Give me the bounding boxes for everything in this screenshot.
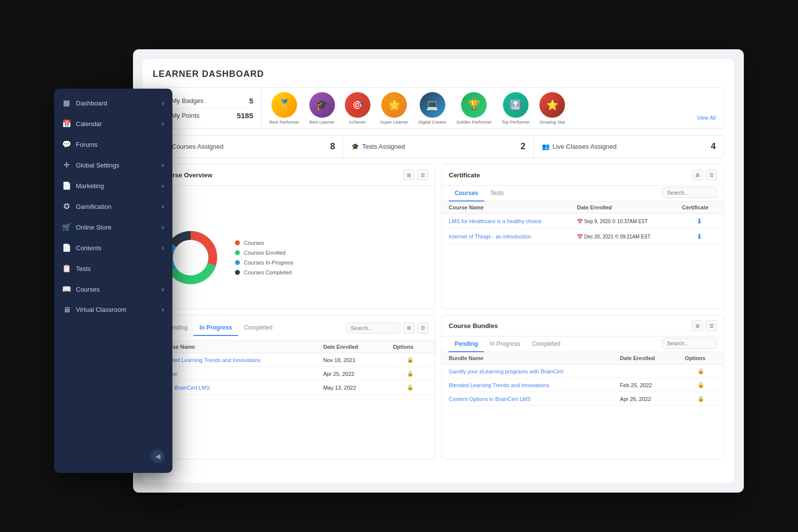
bundles-tabs: Pending In Progress Completed (449, 336, 566, 352)
cert-download-2[interactable]: ⬇ (675, 229, 724, 244)
sidebar-label-forums: Forums (76, 141, 98, 148)
chart-menu-button[interactable]: ☰ (417, 169, 428, 180)
bundle-name-2[interactable]: Blended Learning Trends and Innovations (442, 378, 613, 392)
sidebar-item-courses[interactable]: 📖 Courses ∨ (54, 279, 172, 299)
sidebar-item-calendar[interactable]: 📅 Calendar ∨ (54, 113, 172, 134)
bundles-search-input[interactable] (663, 338, 717, 349)
tab-inprogress[interactable]: In Progress (194, 320, 238, 336)
badge-best-learner-icon: 🎓 (309, 92, 335, 118)
chevron-down-icon: ∨ (161, 225, 165, 230)
sidebar-item-tests[interactable]: 📋 Tests (54, 258, 172, 279)
table-row: LMS for Healthcare is a healthy choice 📅… (442, 214, 724, 229)
badge-top-performer-icon: 🔝 (503, 92, 529, 118)
chevron-down-icon: ∨ (161, 204, 165, 209)
marketing-icon: 📄 (62, 181, 71, 190)
tab-cert-tests[interactable]: Tests (484, 186, 510, 201)
bundle-name-3[interactable]: Content Options in BrainCert LMS (442, 392, 613, 406)
sidebar-item-contents[interactable]: 📄 Contents ∨ (54, 237, 172, 258)
tab-completed[interactable]: Completed (238, 320, 278, 336)
courses-search-input[interactable] (346, 323, 400, 333)
cert-course-name-1[interactable]: LMS for Healthcare is a healthy choice (442, 214, 570, 229)
courses-assigned-count: 8 (330, 141, 335, 152)
course-name-1[interactable]: Blended Learning Trends and Innovations (153, 353, 316, 367)
cert-search-input[interactable] (663, 187, 717, 198)
tab-bundles-inprogress[interactable]: In Progress (484, 336, 526, 352)
cert-menu-button[interactable]: ☰ (706, 169, 717, 180)
table-row: ies in BrainCert LMS May 13, 2022 🔒 (153, 381, 435, 395)
badge-golden-performer-icon: 🏆 (461, 92, 487, 118)
tab-cert-courses[interactable]: Courses (449, 186, 484, 201)
badges-icons-row: 🥇 Best Performer 🎓 Best Learner 🎯 Achiev… (262, 88, 724, 129)
sidebar-label-global-settings: Global Settings (76, 162, 119, 169)
dashboard-icon: ▦ (62, 99, 71, 107)
tests-assigned-count: 2 (521, 141, 526, 152)
bundle-name-1[interactable]: Gamify your eLearning programs with Brai… (442, 365, 613, 378)
courses-menu-button[interactable]: ☰ (417, 323, 428, 333)
sidebar-item-online-store[interactable]: 🛒 Online Store ∨ (54, 217, 172, 237)
sidebar-item-forums[interactable]: 💬 Forums (54, 134, 172, 155)
sidebar-item-global-settings[interactable]: ✛ Global Settings ∨ (54, 155, 172, 175)
courses-expand-button[interactable]: ⊞ (403, 323, 414, 333)
course-options-3[interactable]: 🔒 (386, 381, 435, 395)
legend-dot-enrolled (235, 250, 240, 255)
chart-expand-button[interactable]: ⊞ (403, 169, 414, 180)
bundles-panel-icons: ⊞ ☰ (692, 320, 717, 331)
course-options-2[interactable]: 🔒 (386, 367, 435, 381)
cert-expand-button[interactable]: ⊞ (692, 169, 703, 180)
table-row: Course Apr 25, 2022 🔒 (153, 367, 435, 381)
bundle-options-2[interactable]: 🔒 (678, 378, 724, 392)
bundles-menu-button[interactable]: ☰ (706, 320, 717, 331)
cert-course-name-2[interactable]: Internet of Things - an introduction (442, 229, 570, 244)
cert-download-1[interactable]: ⬇ (675, 214, 724, 229)
gamification-icon: ✪ (62, 202, 71, 211)
cert-tabs: Courses Tests (449, 186, 510, 201)
dashboard-area: LEARNER DASHBOARD 🏅 My Badges 5 ⭐ M (133, 49, 744, 493)
sidebar-label-virtual-classroom: Virtual Classroom (76, 306, 126, 313)
courses-panel-header: Pending In Progress Completed ⊞ ☰ (153, 315, 435, 341)
badge-achiever-icon: 🎯 (345, 92, 370, 118)
badge-achiever: 🎯 Achiever (345, 92, 370, 125)
legend-label-completed: Courses Completed (244, 269, 292, 275)
sidebar-item-virtual-classroom[interactable]: 🖥 Virtual Classroom ∨ (54, 299, 172, 320)
course-name-2[interactable]: Course (153, 367, 316, 381)
sidebar-item-gamification[interactable]: ✪ Gamification ∨ (54, 196, 172, 217)
sidebar-label-gamification: Gamification (76, 203, 111, 210)
sidebar-item-dashboard[interactable]: ▦ Dashboard ∨ (54, 93, 172, 113)
legend-courses-completed: Courses Completed (235, 269, 294, 275)
col-bundle-options: Options (678, 352, 724, 365)
col-bundle-date-enrolled: Date Enrolled (613, 352, 678, 365)
badge-digital-creator-label: Digital Creator (418, 120, 447, 125)
live-classes-count: 4 (711, 141, 716, 152)
chevron-down-icon: ∨ (161, 100, 165, 106)
chart-content: Courses Courses Enrolled Courses In-Prog… (153, 186, 435, 309)
tab-bundles-completed[interactable]: Completed (526, 336, 566, 352)
tab-bundles-pending[interactable]: Pending (449, 336, 484, 352)
view-all-link[interactable]: View All (697, 115, 716, 125)
bundle-options-3[interactable]: 🔒 (678, 392, 724, 406)
table-row: Blended Learning Trends and Innovations … (442, 378, 724, 392)
bundles-panel: Course Bundles ⊞ ☰ Pending In Progress C… (441, 315, 724, 460)
right-column: Certificate ⊞ ☰ Courses Tests (441, 164, 724, 460)
sidebar-label-contents: Contents (76, 244, 101, 252)
certificate-panel: Certificate ⊞ ☰ Courses Tests (441, 164, 724, 309)
collapse-sidebar-button[interactable]: ◀ (151, 449, 165, 463)
cert-table-container: Course Name Date Enrolled Certificate LM… (442, 201, 724, 244)
badge-super-learner: 🌟 Super Learner (380, 92, 409, 125)
badge-growing-star-label: Growing Star (539, 120, 565, 125)
sidebar-label-marketing: Marketing (76, 182, 104, 190)
sidebar-item-marketing[interactable]: 📄 Marketing ∨ (54, 175, 172, 196)
course-options-1[interactable]: 🔒 (386, 353, 435, 367)
bundle-date-2: Feb 25, 2022 (613, 378, 678, 392)
stats-row: 📋 Courses Assigned 8 🎓 Tests Assigned 2 … (153, 135, 724, 158)
tests-assigned-icon: 🎓 (351, 143, 359, 150)
bundles-expand-button[interactable]: ⊞ (692, 320, 703, 331)
tests-assigned-label: Tests Assigned (362, 143, 405, 150)
courses-assigned-label: Courses Assigned (172, 143, 224, 150)
courses-panel: Pending In Progress Completed ⊞ ☰ (153, 315, 435, 460)
table-row: Internet of Things - an introduction 📅 D… (442, 229, 724, 244)
bundle-options-1[interactable]: 🔒 (678, 365, 724, 378)
cert-date-1: 📅 Sep 9, 2020 © 10:37AM EST (570, 214, 675, 229)
course-name-3[interactable]: ies in BrainCert LMS (153, 381, 316, 395)
bundles-tabs-row: Pending In Progress Completed (442, 336, 724, 352)
col-course-name: Course Name (153, 341, 316, 353)
